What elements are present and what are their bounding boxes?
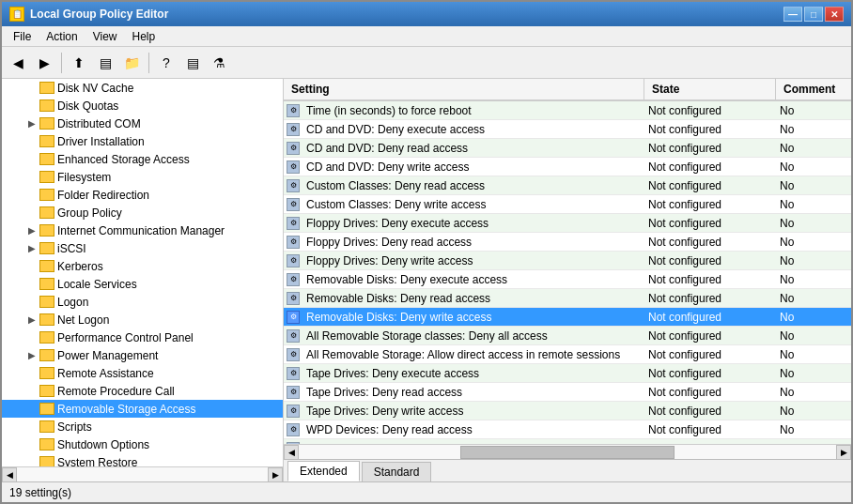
table-row[interactable]: ⚙Removable Disks: Deny write accessNot c… <box>284 308 851 327</box>
tree-toggle-12 <box>24 295 39 310</box>
tree-item-12[interactable]: Logon <box>2 293 283 311</box>
tree-toggle-9[interactable]: ▶ <box>24 241 39 256</box>
row-comment-8: No <box>776 254 851 267</box>
tree-item-19[interactable]: Scripts <box>2 418 283 435</box>
status-text: 19 setting(s) <box>9 486 71 499</box>
tree-item-16[interactable]: Remote Assistance <box>2 364 283 382</box>
toolbar: ◀ ▶ ⬆ ▤ 📁 ? ▤ ⚗ <box>2 47 851 79</box>
tree-item-11[interactable]: Locale Services <box>2 275 283 293</box>
row-state-11: Not configured <box>644 311 776 324</box>
menu-help[interactable]: Help <box>125 28 163 45</box>
sidebar-scroll-right[interactable]: ▶ <box>268 467 283 481</box>
table-row[interactable]: ⚙Floppy Drives: Deny read accessNot conf… <box>284 233 851 252</box>
row-state-10: Not configured <box>644 292 776 305</box>
table-row[interactable]: ⚙WPD Devices: Deny read accessNot config… <box>284 420 851 439</box>
tree-item-14[interactable]: Performance Control Panel <box>2 328 283 346</box>
tree-item-0[interactable]: Disk NV Cache <box>2 79 283 97</box>
close-button[interactable]: ✕ <box>825 7 844 22</box>
view-toggle-button[interactable]: ▤ <box>180 51 205 75</box>
table-row[interactable]: ⚙Floppy Drives: Deny write accessNot con… <box>284 252 851 270</box>
folder-button[interactable]: 📁 <box>119 51 144 75</box>
table-row[interactable]: ⚙CD and DVD: Deny execute accessNot conf… <box>284 120 851 139</box>
table-row[interactable]: ⚙Removable Disks: Deny read accessNot co… <box>284 289 851 308</box>
row-setting-13: All Removable Storage: Allow direct acce… <box>302 348 644 361</box>
tree-item-1[interactable]: Disk Quotas <box>2 97 283 115</box>
tree-item-2[interactable]: ▶Distributed COM <box>2 115 283 132</box>
row-state-4: Not configured <box>644 179 776 192</box>
table-row[interactable]: ⚙All Removable Storage: Allow direct acc… <box>284 345 851 364</box>
tree-folder-icon-0 <box>39 82 54 94</box>
tree-toggle-15[interactable]: ▶ <box>24 348 39 363</box>
row-icon-3: ⚙ <box>284 160 302 174</box>
menu-view[interactable]: View <box>85 28 125 45</box>
tree-item-15[interactable]: ▶Power Management <box>2 346 283 364</box>
row-comment-11: No <box>776 311 851 324</box>
row-comment-5: No <box>776 198 851 211</box>
tree-item-5[interactable]: Filesystem <box>2 168 283 186</box>
table-row[interactable]: ⚙Removable Disks: Deny execute accessNot… <box>284 270 851 289</box>
row-icon-symbol-8: ⚙ <box>287 254 300 267</box>
menu-file[interactable]: File <box>6 28 39 45</box>
right-h-thumb <box>460 446 675 459</box>
tree-item-18[interactable]: Removable Storage Access <box>2 400 283 418</box>
tree-item-10[interactable]: Kerberos <box>2 257 283 275</box>
row-icon-12: ⚙ <box>284 329 302 343</box>
up-button[interactable]: ⬆ <box>67 51 91 75</box>
sidebar-scroll-area[interactable]: Disk NV CacheDisk Quotas▶Distributed COM… <box>2 79 283 466</box>
row-setting-15: Tape Drives: Deny read access <box>302 386 644 399</box>
menu-action[interactable]: Action <box>39 28 85 45</box>
right-h-track[interactable] <box>299 445 836 459</box>
right-panel: Setting State Comment ⚙Time (in seconds)… <box>284 79 851 481</box>
sidebar-h-track[interactable] <box>17 467 268 481</box>
title-bar: 📋 Local Group Policy Editor — □ ✕ <box>2 2 851 26</box>
tab-extended[interactable]: Extended <box>287 461 360 481</box>
row-icon-symbol-14: ⚙ <box>287 367 300 380</box>
show-hide-button[interactable]: ▤ <box>93 51 117 75</box>
tab-standard[interactable]: Standard <box>362 462 432 481</box>
tree-label-18: Removable Storage Access <box>57 403 195 416</box>
row-icon-8: ⚙ <box>284 254 302 267</box>
tree-toggle-2[interactable]: ▶ <box>24 116 39 131</box>
tree-item-20[interactable]: Shutdown Options <box>2 435 283 453</box>
table-row[interactable]: ⚙Tape Drives: Deny execute accessNot con… <box>284 364 851 383</box>
tree-item-4[interactable]: Enhanced Storage Access <box>2 150 283 168</box>
table-row[interactable]: ⚙CD and DVD: Deny write accessNot config… <box>284 158 851 176</box>
table-row[interactable]: ⚙Custom Classes: Deny write accessNot co… <box>284 195 851 214</box>
forward-button[interactable]: ▶ <box>32 51 56 75</box>
tree-item-21[interactable]: System Restore <box>2 453 283 466</box>
tree-label-6: Folder Redirection <box>57 189 149 202</box>
right-scroll-right[interactable]: ▶ <box>836 445 851 460</box>
right-scroll-left[interactable]: ◀ <box>284 445 299 460</box>
table-row[interactable]: ⚙Time (in seconds) to force rebootNot co… <box>284 101 851 120</box>
tree-item-9[interactable]: ▶iSCSI <box>2 239 283 257</box>
row-icon-4: ⚙ <box>284 179 302 192</box>
sidebar-scroll-left[interactable]: ◀ <box>2 467 17 481</box>
table-row[interactable]: ⚙Tape Drives: Deny read accessNot config… <box>284 383 851 402</box>
tree-toggle-13[interactable]: ▶ <box>24 313 39 328</box>
table-row[interactable]: ⚙Floppy Drives: Deny execute accessNot c… <box>284 214 851 233</box>
tree-item-6[interactable]: Folder Redirection <box>2 186 283 204</box>
tree-folder-icon-12 <box>39 296 54 308</box>
tree-item-8[interactable]: ▶Internet Communication Manager <box>2 221 283 239</box>
settings-table[interactable]: Setting State Comment ⚙Time (in seconds)… <box>284 79 851 444</box>
row-icon-symbol-16: ⚙ <box>287 405 300 418</box>
tree-toggle-20 <box>24 437 39 452</box>
filter-button[interactable]: ⚗ <box>207 51 231 75</box>
tree-toggle-8[interactable]: ▶ <box>24 223 39 238</box>
tree-item-7[interactable]: Group Policy <box>2 204 283 221</box>
table-row[interactable]: ⚙Custom Classes: Deny read accessNot con… <box>284 176 851 195</box>
sidebar: Disk NV CacheDisk Quotas▶Distributed COM… <box>2 79 284 481</box>
tree-item-17[interactable]: Remote Procedure Call <box>2 382 283 400</box>
row-icon-10: ⚙ <box>284 292 302 305</box>
tree-item-3[interactable]: Driver Installation <box>2 132 283 150</box>
tree-label-21: System Restore <box>57 456 137 467</box>
minimize-button[interactable]: — <box>783 7 802 22</box>
row-state-13: Not configured <box>644 348 776 361</box>
table-row[interactable]: ⚙Tape Drives: Deny write accessNot confi… <box>284 402 851 420</box>
maximize-button[interactable]: □ <box>804 7 823 22</box>
tree-item-13[interactable]: ▶Net Logon <box>2 311 283 328</box>
back-button[interactable]: ◀ <box>6 51 30 75</box>
table-row[interactable]: ⚙All Removable Storage classes: Deny all… <box>284 327 851 345</box>
table-row[interactable]: ⚙CD and DVD: Deny read accessNot configu… <box>284 139 851 158</box>
help-button[interactable]: ? <box>154 51 178 75</box>
